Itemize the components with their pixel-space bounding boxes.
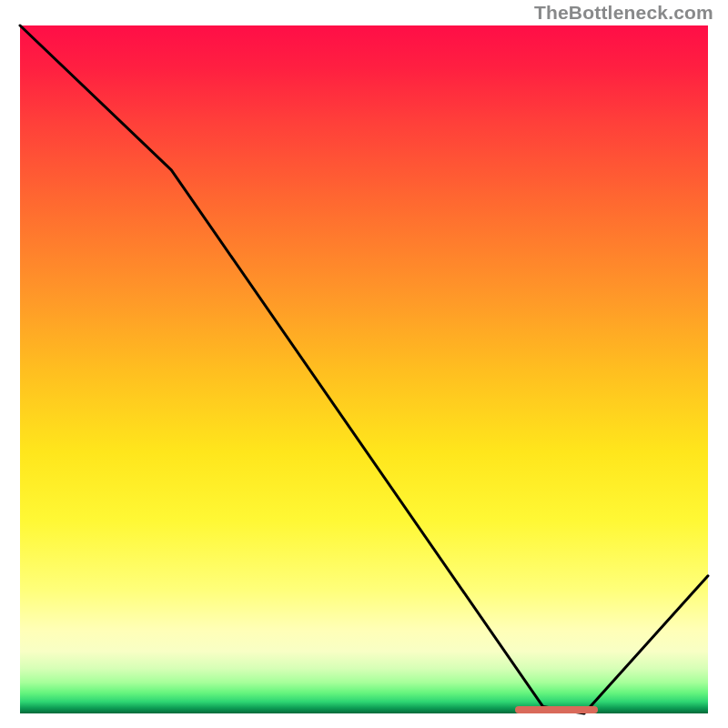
- chart-frame: TheBottleneck.com: [0, 0, 728, 728]
- bottleneck-curve: [20, 25, 708, 713]
- attribution-text: TheBottleneck.com: [534, 2, 713, 24]
- optimal-range-marker: [515, 706, 598, 713]
- plot-area: [20, 25, 708, 713]
- curve-path: [20, 25, 708, 713]
